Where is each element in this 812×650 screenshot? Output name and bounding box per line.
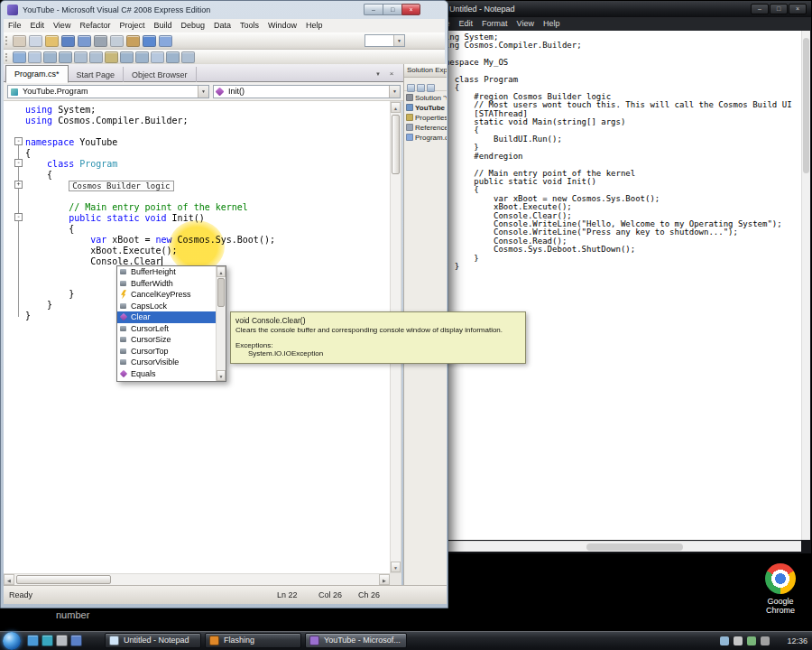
decrease-indent-icon[interactable] (43, 51, 57, 63)
code-line[interactable]: class Program (25, 159, 390, 170)
taskbar-button-untitled-notepad[interactable]: Untitled - Notepad (105, 633, 201, 648)
intellisense-item-cursorleft[interactable]: CursorLeft (117, 323, 216, 335)
tab-list-dropdown-icon[interactable]: ▼ (373, 69, 383, 79)
notepad-menu-item-help[interactable]: Help (539, 17, 565, 31)
open-file-icon[interactable] (45, 35, 59, 47)
chevron-down-icon[interactable]: ▼ (198, 86, 208, 98)
maximize-icon[interactable]: □ (770, 4, 788, 14)
fold-collapse-icon[interactable]: - (14, 213, 23, 221)
scroll-right-icon[interactable]: ▶ (379, 574, 390, 585)
code-line[interactable]: Cosmos Builder logic (25, 181, 390, 191)
properties-icon[interactable] (407, 84, 415, 92)
vs-menu-item-data[interactable]: Data (209, 19, 235, 32)
vs-menu-item-tools[interactable]: Tools (235, 19, 263, 32)
save-icon[interactable] (61, 35, 75, 47)
redo-icon[interactable] (159, 35, 172, 47)
maximize-icon[interactable]: □ (383, 4, 401, 15)
vs-menu-item-refactor[interactable]: Refactor (75, 19, 115, 32)
vs-menu-item-project[interactable]: Project (115, 19, 149, 32)
vs-menu-item-window[interactable]: Window (263, 19, 301, 32)
code-line[interactable]: { (25, 170, 390, 181)
comment-icon[interactable] (74, 51, 88, 63)
notepad-menu-item-view[interactable]: View (512, 17, 539, 31)
prev-bookmark-icon[interactable] (120, 51, 134, 63)
intellisense-item-bufferheight[interactable]: BufferHeight (117, 266, 216, 278)
new-project-icon[interactable] (13, 35, 26, 47)
solution-explorer-item[interactable]: YouTube (404, 103, 447, 113)
show-all-files-icon[interactable] (417, 84, 425, 92)
taskbar-button-flashing[interactable]: Flashing (205, 633, 301, 648)
add-item-icon[interactable] (29, 35, 42, 47)
vs-menu-item-debug[interactable]: Debug (176, 19, 209, 32)
collapsed-region[interactable]: Cosmos Builder logic (69, 181, 173, 191)
next-bookmark-icon[interactable] (135, 51, 149, 63)
internet-explorer-icon[interactable] (27, 635, 39, 646)
code-line[interactable] (25, 126, 390, 137)
scroll-left-icon[interactable]: ◀ (4, 574, 14, 585)
scrollbar-thumb[interactable] (217, 278, 225, 307)
scroll-down-icon[interactable]: ▼ (391, 562, 401, 572)
show-desktop-icon[interactable] (56, 635, 68, 646)
quick-info-icon[interactable] (181, 51, 195, 63)
code-line[interactable]: { (25, 224, 390, 235)
notepad-horizontal-scrollbar[interactable] (431, 541, 801, 552)
security-icon[interactable] (747, 636, 756, 645)
volume-icon[interactable] (734, 636, 743, 645)
intellisense-item-bufferwidth[interactable]: BufferWidth (117, 278, 216, 290)
intellisense-item-cursorsize[interactable]: CursorSize (117, 334, 216, 346)
fold-collapse-icon[interactable]: - (14, 137, 23, 145)
types-dropdown[interactable]: YouTube.Program ▼ (7, 85, 209, 98)
intellisense-scrollbar[interactable]: ▲ ▼ (216, 266, 226, 381)
code-line[interactable]: var xBoot = new Cosmos.Sys.Boot(); (25, 235, 390, 246)
scrollbar-thumb[interactable] (16, 575, 111, 584)
chevron-down-icon[interactable]: ▼ (389, 86, 400, 98)
fold-expand-icon[interactable]: + (14, 181, 23, 189)
members-dropdown[interactable]: Init() ▼ (213, 85, 401, 98)
intellisense-item-cursortop[interactable]: CursorTop (117, 346, 216, 358)
minimize-icon[interactable]: – (364, 4, 383, 15)
code-line[interactable]: namespace YouTube (25, 137, 390, 148)
vs-titlebar[interactable]: YouTube - Microsoft Visual C# 2008 Expre… (1, 1, 448, 19)
code-line[interactable]: // Main entry point of the kernel (25, 202, 390, 213)
code-line[interactable]: using Cosmos.Compiler.Builder; (25, 116, 390, 126)
intellisense-item-equals[interactable]: Equals (117, 368, 216, 380)
scroll-up-icon[interactable]: ▲ (217, 266, 226, 277)
solution-explorer-item[interactable]: Program.cs (404, 133, 447, 143)
clear-bookmarks-icon[interactable] (151, 51, 164, 63)
cut-icon[interactable] (94, 35, 107, 47)
code-line[interactable]: public static void Init() (25, 213, 390, 224)
notepad-vertical-scrollbar[interactable] (801, 31, 810, 540)
scrollbar-thumb[interactable] (803, 38, 809, 173)
intellisense-item-cancelkeypress[interactable]: CancelKeyPress (117, 289, 216, 301)
uncomment-icon[interactable] (89, 51, 103, 63)
taskbar-button-youtube-microsof[interactable]: YouTube - Microsof... (305, 633, 407, 648)
solution-explorer-item[interactable]: Solution 'YouTube' (404, 93, 447, 103)
intellisense-item-cursorvisible[interactable]: CursorVisible (117, 357, 216, 368)
start-button[interactable] (3, 632, 21, 650)
fold-collapse-icon[interactable]: - (14, 159, 23, 167)
toggle-bookmark-icon[interactable] (105, 51, 118, 63)
vs-menu-item-view[interactable]: View (49, 19, 75, 32)
vs-menu-item-edit[interactable]: Edit (26, 19, 50, 32)
chevron-down-icon[interactable]: ▼ (393, 35, 404, 46)
word-wrap-icon[interactable] (166, 51, 180, 63)
navigate-forward-icon[interactable] (28, 51, 42, 63)
minimize-icon[interactable]: – (751, 4, 769, 14)
tab-program-cs[interactable]: Program.cs* (5, 65, 69, 83)
copy-icon[interactable] (110, 35, 124, 47)
close-document-icon[interactable]: × (386, 69, 397, 79)
save-all-icon[interactable] (78, 35, 91, 47)
paste-icon[interactable] (126, 35, 140, 47)
navigate-back-icon[interactable] (13, 51, 26, 63)
scrollbar-thumb[interactable] (392, 115, 400, 174)
vs-menu-item-build[interactable]: Build (149, 19, 176, 32)
notepad-menu-item-edit[interactable]: Edit (455, 17, 478, 31)
code-line[interactable]: using System; (25, 105, 390, 116)
scrollbar-thumb[interactable] (586, 543, 683, 551)
undo-icon[interactable] (143, 35, 156, 47)
google-chrome-icon[interactable] (765, 563, 796, 594)
solution-explorer-item[interactable]: Properties (404, 113, 447, 123)
close-icon[interactable]: × (401, 4, 420, 15)
usb-icon[interactable] (761, 636, 770, 645)
increase-indent-icon[interactable] (59, 51, 72, 63)
